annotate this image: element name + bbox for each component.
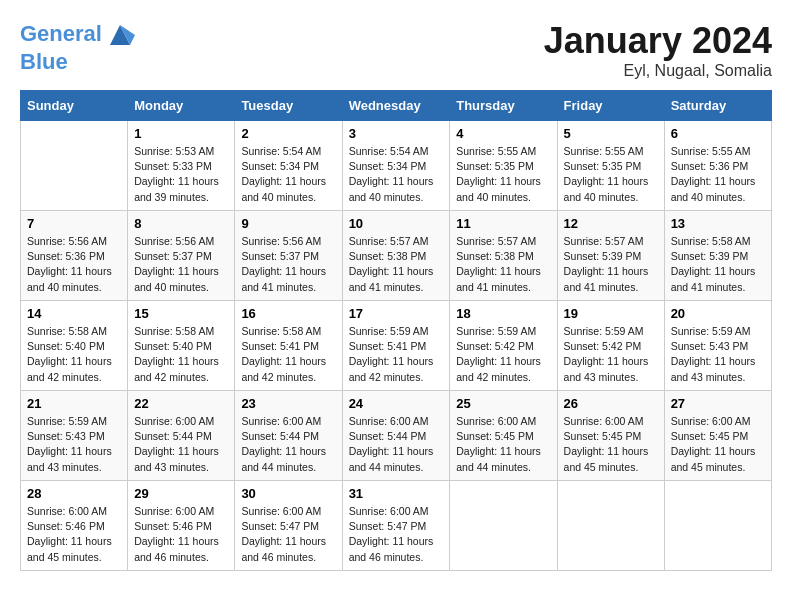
calendar-week-5: 28Sunrise: 6:00 AMSunset: 5:46 PMDayligh… (21, 481, 772, 571)
calendar-cell: 20Sunrise: 5:59 AMSunset: 5:43 PMDayligh… (664, 301, 771, 391)
calendar-cell: 9Sunrise: 5:56 AMSunset: 5:37 PMDaylight… (235, 211, 342, 301)
day-info: Sunrise: 5:57 AMSunset: 5:38 PMDaylight:… (349, 234, 444, 295)
calendar-table: SundayMondayTuesdayWednesdayThursdayFrid… (20, 90, 772, 571)
day-number: 31 (349, 486, 444, 501)
day-info: Sunrise: 5:54 AMSunset: 5:34 PMDaylight:… (349, 144, 444, 205)
day-info: Sunrise: 5:56 AMSunset: 5:37 PMDaylight:… (134, 234, 228, 295)
day-info: Sunrise: 5:59 AMSunset: 5:43 PMDaylight:… (671, 324, 765, 385)
calendar-cell: 6Sunrise: 5:55 AMSunset: 5:36 PMDaylight… (664, 121, 771, 211)
weekday-header-tuesday: Tuesday (235, 91, 342, 121)
calendar-week-4: 21Sunrise: 5:59 AMSunset: 5:43 PMDayligh… (21, 391, 772, 481)
day-info: Sunrise: 5:57 AMSunset: 5:39 PMDaylight:… (564, 234, 658, 295)
calendar-cell: 4Sunrise: 5:55 AMSunset: 5:35 PMDaylight… (450, 121, 557, 211)
day-number: 24 (349, 396, 444, 411)
day-number: 18 (456, 306, 550, 321)
day-number: 3 (349, 126, 444, 141)
day-number: 22 (134, 396, 228, 411)
day-number: 9 (241, 216, 335, 231)
day-number: 10 (349, 216, 444, 231)
day-info: Sunrise: 5:54 AMSunset: 5:34 PMDaylight:… (241, 144, 335, 205)
weekday-header-wednesday: Wednesday (342, 91, 450, 121)
calendar-cell: 8Sunrise: 5:56 AMSunset: 5:37 PMDaylight… (128, 211, 235, 301)
day-info: Sunrise: 5:58 AMSunset: 5:41 PMDaylight:… (241, 324, 335, 385)
location-subtitle: Eyl, Nugaal, Somalia (544, 62, 772, 80)
calendar-cell (664, 481, 771, 571)
day-info: Sunrise: 5:59 AMSunset: 5:42 PMDaylight:… (456, 324, 550, 385)
weekday-header-sunday: Sunday (21, 91, 128, 121)
day-number: 23 (241, 396, 335, 411)
day-number: 13 (671, 216, 765, 231)
day-info: Sunrise: 6:00 AMSunset: 5:45 PMDaylight:… (456, 414, 550, 475)
calendar-cell: 12Sunrise: 5:57 AMSunset: 5:39 PMDayligh… (557, 211, 664, 301)
calendar-cell: 23Sunrise: 6:00 AMSunset: 5:44 PMDayligh… (235, 391, 342, 481)
day-info: Sunrise: 5:53 AMSunset: 5:33 PMDaylight:… (134, 144, 228, 205)
day-number: 19 (564, 306, 658, 321)
title-area: January 2024 Eyl, Nugaal, Somalia (544, 20, 772, 80)
calendar-cell: 15Sunrise: 5:58 AMSunset: 5:40 PMDayligh… (128, 301, 235, 391)
day-number: 4 (456, 126, 550, 141)
day-info: Sunrise: 6:00 AMSunset: 5:47 PMDaylight:… (349, 504, 444, 565)
calendar-cell: 16Sunrise: 5:58 AMSunset: 5:41 PMDayligh… (235, 301, 342, 391)
logo-text: GeneralBlue (20, 20, 135, 74)
day-info: Sunrise: 5:58 AMSunset: 5:39 PMDaylight:… (671, 234, 765, 295)
calendar-cell: 19Sunrise: 5:59 AMSunset: 5:42 PMDayligh… (557, 301, 664, 391)
calendar-cell: 2Sunrise: 5:54 AMSunset: 5:34 PMDaylight… (235, 121, 342, 211)
calendar-cell: 11Sunrise: 5:57 AMSunset: 5:38 PMDayligh… (450, 211, 557, 301)
day-info: Sunrise: 5:59 AMSunset: 5:42 PMDaylight:… (564, 324, 658, 385)
calendar-cell: 1Sunrise: 5:53 AMSunset: 5:33 PMDaylight… (128, 121, 235, 211)
logo: GeneralBlue (20, 20, 135, 74)
day-number: 11 (456, 216, 550, 231)
day-number: 12 (564, 216, 658, 231)
day-number: 5 (564, 126, 658, 141)
day-info: Sunrise: 6:00 AMSunset: 5:46 PMDaylight:… (134, 504, 228, 565)
day-number: 1 (134, 126, 228, 141)
day-number: 6 (671, 126, 765, 141)
calendar-week-1: 1Sunrise: 5:53 AMSunset: 5:33 PMDaylight… (21, 121, 772, 211)
day-number: 17 (349, 306, 444, 321)
calendar-cell: 24Sunrise: 6:00 AMSunset: 5:44 PMDayligh… (342, 391, 450, 481)
calendar-cell: 28Sunrise: 6:00 AMSunset: 5:46 PMDayligh… (21, 481, 128, 571)
day-info: Sunrise: 6:00 AMSunset: 5:46 PMDaylight:… (27, 504, 121, 565)
day-info: Sunrise: 5:55 AMSunset: 5:35 PMDaylight:… (456, 144, 550, 205)
day-number: 27 (671, 396, 765, 411)
calendar-cell: 3Sunrise: 5:54 AMSunset: 5:34 PMDaylight… (342, 121, 450, 211)
weekday-header-friday: Friday (557, 91, 664, 121)
day-info: Sunrise: 6:00 AMSunset: 5:45 PMDaylight:… (564, 414, 658, 475)
day-info: Sunrise: 5:55 AMSunset: 5:36 PMDaylight:… (671, 144, 765, 205)
day-number: 26 (564, 396, 658, 411)
day-number: 15 (134, 306, 228, 321)
day-number: 14 (27, 306, 121, 321)
day-info: Sunrise: 6:00 AMSunset: 5:45 PMDaylight:… (671, 414, 765, 475)
day-info: Sunrise: 5:59 AMSunset: 5:41 PMDaylight:… (349, 324, 444, 385)
calendar-cell: 21Sunrise: 5:59 AMSunset: 5:43 PMDayligh… (21, 391, 128, 481)
calendar-cell (557, 481, 664, 571)
day-number: 20 (671, 306, 765, 321)
day-number: 25 (456, 396, 550, 411)
day-info: Sunrise: 5:56 AMSunset: 5:37 PMDaylight:… (241, 234, 335, 295)
calendar-cell: 22Sunrise: 6:00 AMSunset: 5:44 PMDayligh… (128, 391, 235, 481)
day-number: 21 (27, 396, 121, 411)
day-info: Sunrise: 5:58 AMSunset: 5:40 PMDaylight:… (27, 324, 121, 385)
day-info: Sunrise: 5:58 AMSunset: 5:40 PMDaylight:… (134, 324, 228, 385)
weekday-header-thursday: Thursday (450, 91, 557, 121)
calendar-cell: 30Sunrise: 6:00 AMSunset: 5:47 PMDayligh… (235, 481, 342, 571)
calendar-cell: 7Sunrise: 5:56 AMSunset: 5:36 PMDaylight… (21, 211, 128, 301)
calendar-cell (21, 121, 128, 211)
day-number: 2 (241, 126, 335, 141)
calendar-cell: 29Sunrise: 6:00 AMSunset: 5:46 PMDayligh… (128, 481, 235, 571)
calendar-cell: 17Sunrise: 5:59 AMSunset: 5:41 PMDayligh… (342, 301, 450, 391)
month-title: January 2024 (544, 20, 772, 62)
day-info: Sunrise: 5:56 AMSunset: 5:36 PMDaylight:… (27, 234, 121, 295)
calendar-week-2: 7Sunrise: 5:56 AMSunset: 5:36 PMDaylight… (21, 211, 772, 301)
calendar-cell: 18Sunrise: 5:59 AMSunset: 5:42 PMDayligh… (450, 301, 557, 391)
day-info: Sunrise: 6:00 AMSunset: 5:44 PMDaylight:… (134, 414, 228, 475)
day-info: Sunrise: 5:57 AMSunset: 5:38 PMDaylight:… (456, 234, 550, 295)
calendar-cell: 13Sunrise: 5:58 AMSunset: 5:39 PMDayligh… (664, 211, 771, 301)
calendar-cell: 5Sunrise: 5:55 AMSunset: 5:35 PMDaylight… (557, 121, 664, 211)
calendar-cell: 26Sunrise: 6:00 AMSunset: 5:45 PMDayligh… (557, 391, 664, 481)
day-number: 28 (27, 486, 121, 501)
day-info: Sunrise: 6:00 AMSunset: 5:47 PMDaylight:… (241, 504, 335, 565)
day-info: Sunrise: 6:00 AMSunset: 5:44 PMDaylight:… (241, 414, 335, 475)
weekday-header-monday: Monday (128, 91, 235, 121)
day-number: 16 (241, 306, 335, 321)
